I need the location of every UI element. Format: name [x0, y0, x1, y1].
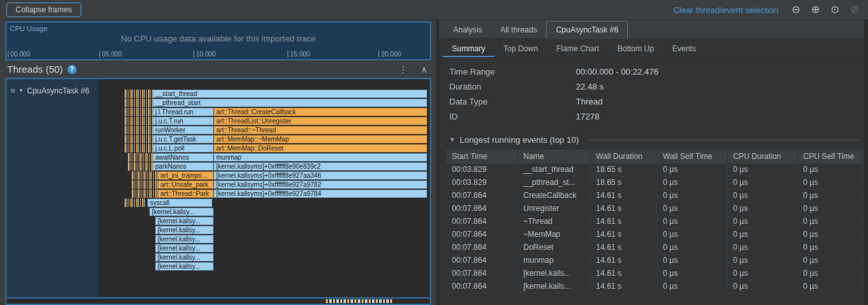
- flame-mini-frames[interactable]: [125, 199, 146, 207]
- flame-frame-runworker[interactable]: runWorker: [153, 126, 214, 134]
- table-row[interactable]: 00:03.829__pthread_st...18.65 s0 µs0 µs0…: [447, 177, 864, 189]
- flame-mini-frames[interactable]: [132, 189, 158, 198]
- table-row[interactable]: 00:03.829__start_thread18.65 s0 µs0 µs0 …: [447, 164, 864, 177]
- flame-frame-art-thread-thread[interactable]: art::Thread::~Thread: [214, 126, 427, 134]
- zoom-out-icon[interactable]: ⊖: [789, 3, 803, 16]
- tab-all-threads[interactable]: All threads: [491, 21, 547, 38]
- flame-frame-kernel-kallsyms-0xffffff8e927a9784[interactable]: [kernel.kallsyms]+0xffffff8e927a9784: [214, 189, 427, 198]
- flame-frame-art-unsafe-park[interactable]: art::Unsafe_park: [158, 180, 214, 189]
- next-thread-track[interactable]: [5, 297, 431, 305]
- help-icon[interactable]: ?: [68, 65, 77, 74]
- section-collapse-icon[interactable]: ▼: [449, 136, 455, 143]
- flame-frame-kernel-kallsyms-0xffffff8e927a9782[interactable]: [kernel.kallsyms]+0xffffff8e927a9782: [214, 180, 427, 189]
- more-options-icon[interactable]: ⋮: [398, 63, 408, 76]
- expand-arrow-icon[interactable]: ▼: [19, 88, 24, 93]
- column-header-wall-duration[interactable]: Wall Duration: [591, 149, 658, 164]
- reset-zoom-icon[interactable]: ⊙: [828, 3, 842, 16]
- flame-mini-frames[interactable]: [125, 90, 153, 98]
- subtab-events[interactable]: Events: [663, 39, 705, 57]
- tab-cpuasynctask-6[interactable]: CpuAsyncTask #6: [546, 21, 628, 39]
- flame-row: [kernel.kallsy...: [99, 253, 430, 262]
- table-row[interactable]: 00:07.864munmap14.61 s0 µs0 µs0 µs: [447, 254, 864, 267]
- flame-frame-art-jni-trampo[interactable]: art_jni_trampo...: [158, 171, 214, 180]
- flame-mini-frames[interactable]: [125, 144, 153, 152]
- flame-mini-frames[interactable]: [132, 180, 158, 189]
- flame-frame-kernel-kallsy[interactable]: [kernel.kallsy...: [155, 226, 214, 234]
- flame-mini-frames[interactable]: [132, 171, 158, 180]
- flame-frame-syscall[interactable]: syscall: [147, 199, 212, 207]
- flame-row: [kernel.kallsy...: [99, 262, 430, 271]
- table-cell: 0 µs: [658, 241, 728, 254]
- flame-mini-frames[interactable]: [125, 126, 153, 134]
- column-header-cpu-duration[interactable]: CPU Duration: [728, 149, 798, 164]
- flame-row: j.u.c.L.pollart::MemMap::DoReset: [99, 144, 430, 153]
- flame-mini-frames[interactable]: [125, 135, 153, 143]
- table-cell: 14.61 s: [591, 280, 658, 293]
- flame-mini-frames[interactable]: [128, 153, 153, 162]
- table-row[interactable]: 00:07.864[kernel.kalls...14.61 s0 µs0 µs…: [447, 267, 864, 280]
- flame-frame-art-memmap-doreset[interactable]: art::MemMap::DoReset: [214, 144, 427, 152]
- column-header-wall-self-time[interactable]: Wall Self Time: [658, 149, 728, 164]
- flame-frame-munmap[interactable]: munmap: [214, 153, 427, 162]
- flame-frame-j-u-c-t-gettask[interactable]: j.u.c.T.getTask: [153, 135, 214, 143]
- flame-frame-j-u-c-t-run[interactable]: j.u.c.T.run: [153, 117, 214, 125]
- flame-frame-art-thread-createcallback[interactable]: art::Thread::CreateCallback: [214, 108, 427, 116]
- column-header-start-time[interactable]: Start Time: [447, 149, 518, 164]
- flame-mini-frames[interactable]: [125, 117, 153, 125]
- flame-frame-art-threadlist-unregister[interactable]: art::ThreadList::Unregister: [214, 117, 427, 125]
- table-row[interactable]: 00:07.864~Thread14.61 s0 µs0 µs0 µs: [447, 215, 864, 228]
- table-cell: 14.61 s: [591, 241, 658, 254]
- flame-frame-kernel-kallsyms-0xffffff8e90e839c2[interactable]: [kernel.kallsyms]+0xffffff8e90e839c2: [214, 162, 427, 171]
- cpu-usage-panel[interactable]: CPU Usage No CPU usage data available fo…: [5, 21, 431, 60]
- flame-frame-kernel-kallsyms-0xffffff8e927aa346[interactable]: [kernel.kallsyms]+0xffffff8e927aa346: [214, 171, 427, 180]
- collapse-panel-icon[interactable]: ∧: [419, 63, 429, 76]
- table-row[interactable]: 00:07.864~MemMap14.61 s0 µs0 µs0 µs: [447, 228, 864, 241]
- zoom-in-icon[interactable]: ⊕: [808, 3, 823, 16]
- thread-row-cpuasynctask[interactable]: ≡ ▼ CpuAsyncTask #6: [6, 86, 99, 95]
- table-cell: 0 µs: [798, 164, 863, 176]
- flame-frame-j-l-thread-run[interactable]: j.l.Thread.run: [153, 108, 214, 116]
- flame-frame-kernel-kallsy[interactable]: [kernel.kallsy...: [155, 235, 214, 243]
- table-cell: 0 µs: [658, 254, 728, 267]
- table-row[interactable]: 00:07.864Unregister14.61 s0 µs0 µs0 µs: [447, 202, 864, 215]
- table-row[interactable]: 00:07.864CreateCallback14.61 s0 µs0 µs0 …: [447, 189, 864, 202]
- summary-tab-bar: SummaryTop DownFlame ChartBottom UpEvent…: [439, 39, 864, 58]
- flame-mini-frames[interactable]: [128, 162, 153, 171]
- tab-analysis[interactable]: Analysis: [444, 21, 491, 38]
- subtab-flame-chart[interactable]: Flame Chart: [547, 39, 608, 57]
- timeline-tick: 05.000: [99, 51, 122, 58]
- table-cell: 00:07.864: [447, 215, 518, 228]
- flame-frame-art-memmap-memmap[interactable]: art::MemMap::~MemMap: [214, 135, 427, 143]
- flame-frame-pthread-start[interactable]: __pthread_start: [153, 99, 427, 107]
- flame-frame-kernel-kallsy[interactable]: [kernel.kallsy...: [155, 253, 214, 262]
- clear-selection-link[interactable]: Clear thread/event selection: [673, 5, 778, 15]
- table-row[interactable]: 00:07.864[kernel.kalls...14.61 s0 µs0 µs…: [447, 280, 864, 293]
- flame-frame-kernel-kallsy[interactable]: [kernel.kallsy...: [155, 262, 214, 271]
- column-header-cpu-self-time[interactable]: CPU Self Time: [798, 149, 863, 164]
- flame-frame-kernel-kallsy[interactable]: [kernel.kallsy...: [155, 244, 214, 252]
- column-header-name[interactable]: Name: [518, 149, 591, 164]
- table-row[interactable]: 00:07.864DoReset14.61 s0 µs0 µs0 µs: [447, 241, 864, 254]
- flame-frame-kernel-kallsy[interactable]: [kernel.kallsy...: [149, 208, 214, 216]
- flame-frame-art-thread-park[interactable]: art::Thread::Park: [158, 189, 214, 198]
- table-cell: 0 µs: [658, 202, 728, 215]
- flame-frame-j-u-c-l-poll[interactable]: j.u.c.L.poll: [153, 144, 214, 152]
- table-cell: 0 µs: [728, 164, 798, 176]
- flame-mini-frames[interactable]: [125, 108, 153, 116]
- flame-frame-start-thread[interactable]: __start_thread: [153, 90, 427, 98]
- subtab-top-down[interactable]: Top Down: [494, 39, 547, 57]
- flame-frame-kernel-kallsy[interactable]: [kernel.kallsy...: [155, 217, 214, 225]
- timeline-tick: 20.000: [378, 51, 401, 58]
- summary-row-time-range: Time Range00:00.000 - 00:22.476: [449, 64, 864, 79]
- flame-frame-awaitnanos[interactable]: awaitNanos: [153, 153, 214, 162]
- summary-row-id: ID17278: [449, 109, 864, 124]
- collapse-frames-button[interactable]: Collapse frames: [6, 3, 81, 17]
- table-cell: 18.65 s: [591, 164, 658, 176]
- flame-frame-parknanos[interactable]: parkNanos: [153, 162, 214, 171]
- threads-header: Threads (50) ? ⋮ ∧: [0, 60, 436, 78]
- events-section-header: ▼ Longest running events (top 10): [449, 134, 862, 145]
- flame-mini-frames[interactable]: [125, 99, 153, 107]
- table-cell: 0 µs: [728, 177, 798, 189]
- subtab-bottom-up[interactable]: Bottom Up: [608, 39, 663, 57]
- subtab-summary[interactable]: Summary: [443, 39, 494, 57]
